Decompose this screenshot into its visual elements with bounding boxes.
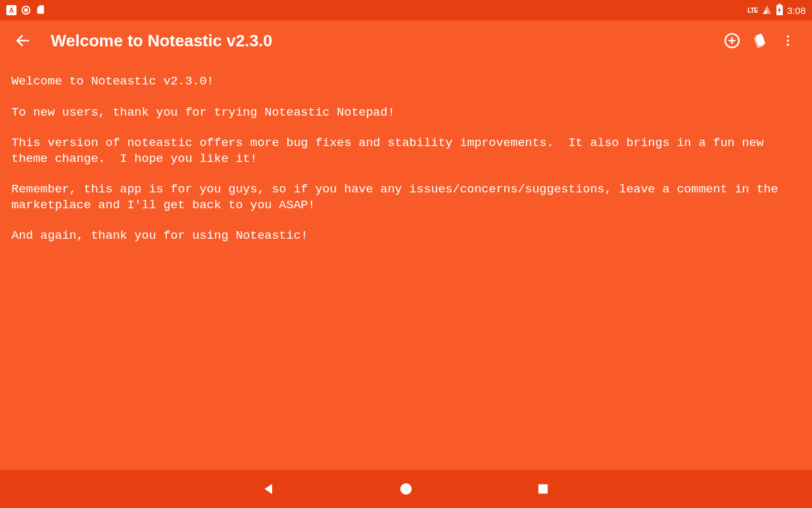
app-badge-icon: A xyxy=(6,5,16,15)
lte-label: LTE xyxy=(747,7,758,14)
svg-point-8 xyxy=(787,36,789,38)
status-time: 3:08 xyxy=(787,5,806,16)
circle-home-icon xyxy=(398,481,414,497)
svg-point-9 xyxy=(787,39,789,42)
app-bar: Welcome to Noteastic v2.3.0 xyxy=(0,20,812,61)
navigation-bar xyxy=(0,470,812,508)
triangle-back-icon xyxy=(261,481,277,497)
status-right: LTE 3:08 xyxy=(747,4,806,17)
recording-icon xyxy=(22,6,30,15)
theme-button[interactable] xyxy=(746,27,774,55)
nav-home-button[interactable] xyxy=(395,478,417,500)
svg-point-10 xyxy=(787,44,789,46)
note-body[interactable]: Welcome to Noteastic v2.3.0! To new user… xyxy=(0,61,812,470)
style-swatch-icon xyxy=(752,32,768,49)
add-button[interactable] xyxy=(718,27,746,55)
svg-point-11 xyxy=(400,483,412,495)
square-recents-icon xyxy=(536,482,550,496)
nav-recents-button[interactable] xyxy=(532,478,554,500)
sd-card-icon xyxy=(36,4,46,17)
status-left: A xyxy=(6,4,46,17)
status-bar: A LTE 3:08 xyxy=(0,0,812,20)
more-vert-icon xyxy=(781,34,795,48)
battery-charging-icon xyxy=(776,4,783,17)
nav-back-button[interactable] xyxy=(258,478,280,500)
overflow-menu-button[interactable] xyxy=(774,27,802,55)
plus-circle-icon xyxy=(724,32,740,49)
svg-rect-12 xyxy=(539,485,548,494)
arrow-left-icon xyxy=(15,32,31,49)
back-button[interactable] xyxy=(10,28,36,53)
page-title: Welcome to Noteastic v2.3.0 xyxy=(51,31,718,51)
svg-rect-1 xyxy=(778,4,781,6)
signal-icon xyxy=(762,4,772,17)
